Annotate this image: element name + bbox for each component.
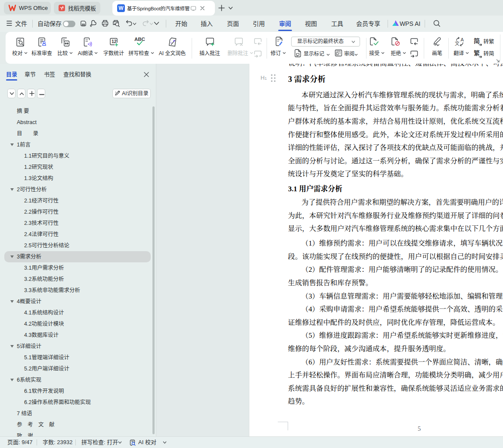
svg-text:文: 文 <box>455 40 460 46</box>
svg-text:繁: 繁 <box>474 50 480 56</box>
svg-text:12: 12 <box>112 39 117 44</box>
svg-text:ABC: ABC <box>134 37 145 42</box>
svg-text:A: A <box>461 37 464 42</box>
svg-text:简: 简 <box>474 37 480 44</box>
